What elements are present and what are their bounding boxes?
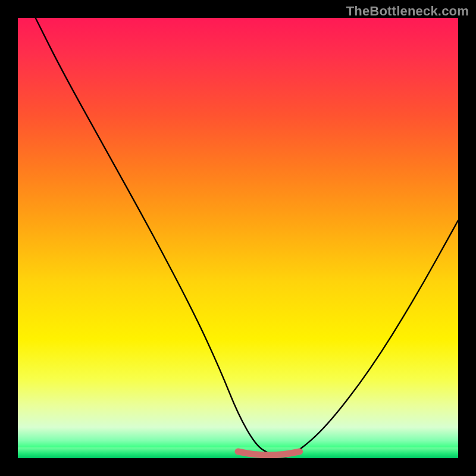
optimal-strip [18, 447, 458, 458]
heat-gradient [18, 18, 458, 458]
watermark-text: TheBottleneck.com [346, 4, 469, 19]
chart-frame: TheBottleneck.com [0, 0, 476, 476]
plot-area [18, 18, 458, 458]
